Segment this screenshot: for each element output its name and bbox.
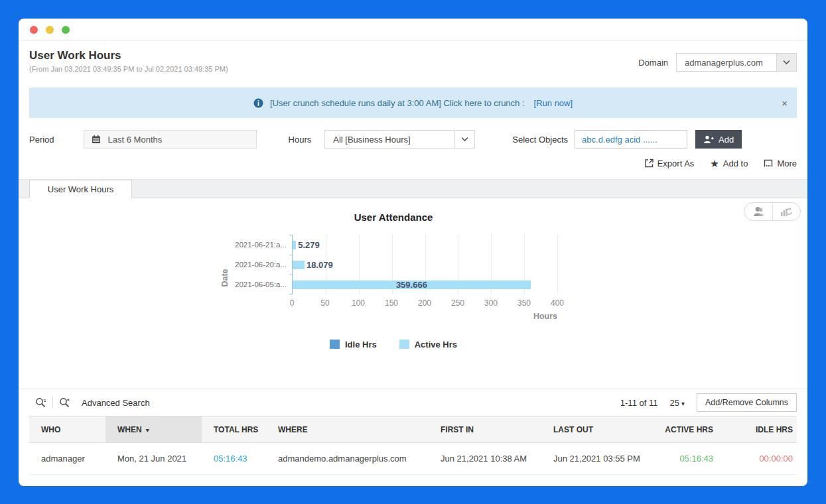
chart-bar-row: 359.666 <box>293 275 557 294</box>
column-header-first_in[interactable]: FIRST IN <box>429 416 541 443</box>
cell-total_hrs[interactable]: 10:04:45 <box>202 475 266 487</box>
chart-bar[interactable] <box>293 261 305 269</box>
chart-bar[interactable]: 359.666 <box>293 281 531 289</box>
more-button[interactable]: More <box>764 158 797 168</box>
cell-when: Sun, 20 Jun 2021 <box>105 475 202 487</box>
chart-x-tick-label: 50 <box>320 298 329 308</box>
table-row[interactable]: admanagerSun, 20 Jun 202110:04:45admande… <box>29 475 797 487</box>
chart-x-tick-label: 0 <box>290 298 295 308</box>
report-actions: Export As ★ Add to More <box>29 157 797 170</box>
legend-item[interactable]: Idle Hrs <box>330 338 377 350</box>
chevron-down-icon[interactable] <box>776 54 796 71</box>
chevron-down-icon[interactable] <box>454 131 474 148</box>
chart-x-tick-label: 250 <box>451 298 464 308</box>
column-header-when[interactable]: WHEN▾ <box>105 416 202 443</box>
window-close-button[interactable] <box>30 26 38 34</box>
chart-category-label: 2021-06-21:a... <box>231 235 292 255</box>
report-panel: User Attendance Date 2021-06-21:a...2021… <box>19 198 807 486</box>
chart-x-tick-label: 100 <box>352 298 365 308</box>
chart-x-tick-label: 400 <box>551 298 564 308</box>
cell-idle_hrs: 00:00:00 <box>717 475 797 487</box>
window-minimize-button[interactable] <box>46 26 54 34</box>
chart-xticks: 050100150200250300350400 <box>292 297 557 310</box>
export-as-label: Export As <box>657 158 695 168</box>
chart-refresh-icon[interactable] <box>772 203 800 220</box>
window-titlebar <box>19 19 807 41</box>
chart-x-tick-label: 200 <box>418 298 431 308</box>
info-icon <box>253 98 263 108</box>
column-header-total_hrs[interactable]: TOTAL HRS <box>202 416 266 443</box>
advanced-search-icon[interactable] <box>53 397 76 408</box>
calendar-icon <box>84 135 108 144</box>
column-header-where[interactable]: WHERE <box>266 416 429 443</box>
sort-caret-icon: ▾ <box>146 426 149 434</box>
report-table-section: Advanced Search 1-11 of 11 25▾ Add/Remov… <box>19 389 807 486</box>
domain-selected-value: admanagerplus.com <box>677 54 776 71</box>
hours-label: Hours <box>289 135 312 145</box>
column-header-active_hrs[interactable]: ACTIVE HRS <box>648 416 717 443</box>
app-window: User Work Hours (From Jan 03,2021 03:49:… <box>19 19 807 486</box>
user-view-icon[interactable] <box>744 203 772 220</box>
person-plus-icon <box>703 135 714 144</box>
column-header-idle_hrs[interactable]: IDLE HRS <box>717 416 797 443</box>
work-hours-table: WHOWHEN▾TOTAL HRSWHEREFIRST INLAST OUTAC… <box>29 416 797 486</box>
report-date-range: (From Jan 03,2021 03:49:35 PM to Jul 02,… <box>29 65 228 73</box>
caret-down-icon: ▾ <box>681 400 685 407</box>
cell-when: Mon, 21 Jun 2021 <box>105 443 202 475</box>
chart-bar-value: 5.279 <box>298 240 320 250</box>
chart-category-label: 2021-06-20:a... <box>231 255 292 275</box>
page-title: User Work Hours <box>29 49 228 62</box>
hours-select[interactable]: All [Business Hours] <box>324 130 475 149</box>
page-header: User Work Hours (From Jan 03,2021 03:49:… <box>19 41 807 80</box>
column-header-last_out[interactable]: LAST OUT <box>541 416 648 443</box>
filter-bar: Period Last 6 Months Hours All [Business… <box>29 130 797 149</box>
page-size-select[interactable]: 25▾ <box>669 398 685 408</box>
domain-select[interactable]: admanagerplus.com <box>676 53 797 72</box>
legend-swatch <box>399 340 409 349</box>
add-to-button[interactable]: ★ Add to <box>710 158 748 168</box>
table-header-row: WHOWHEN▾TOTAL HRSWHEREFIRST INLAST OUTAC… <box>29 416 797 443</box>
column-header-who[interactable]: WHO <box>29 416 105 443</box>
close-icon[interactable]: × <box>782 97 788 109</box>
add-objects-button[interactable]: Add <box>695 130 742 149</box>
cell-who: admanager <box>29 443 105 475</box>
period-label: Period <box>29 135 54 145</box>
advanced-search-label[interactable]: Advanced Search <box>82 398 150 408</box>
legend-item[interactable]: Active Hrs <box>399 338 457 350</box>
cell-first_in: Jun 21,2021 10:38 AM <box>429 443 541 475</box>
info-banner: [User crunch schedule runs daily at 3:00… <box>29 88 797 118</box>
cell-first_in: Jun 20,2021 01:40 PM <box>429 475 541 487</box>
more-icon <box>764 159 773 168</box>
cell-idle_hrs: 00:00:00 <box>717 443 797 475</box>
legend-swatch <box>330 340 340 349</box>
chart-title: User Attendance <box>19 212 768 223</box>
pagination-info: 1-11 of 11 <box>620 398 658 408</box>
cell-who: admanager <box>29 475 105 487</box>
export-as-button[interactable]: Export As <box>644 158 695 168</box>
window-maximize-button[interactable] <box>62 26 70 34</box>
chart-bar[interactable] <box>293 241 296 249</box>
chart-x-tick-label: 300 <box>484 298 498 308</box>
tab-user-work-hours[interactable]: User Work Hours <box>29 180 132 198</box>
chart-gridline <box>557 235 558 294</box>
chart-x-axis-title: Hours <box>292 312 557 321</box>
chart-view-toggle <box>744 202 801 221</box>
search-icon[interactable] <box>29 397 52 408</box>
chart-bar-row: 5.279 <box>293 235 557 255</box>
add-remove-columns-button[interactable]: Add/Remove Columns <box>697 393 797 412</box>
select-objects-label: Select Objects <box>512 135 568 145</box>
table-row[interactable]: admanagerMon, 21 Jun 202105:16:43admande… <box>29 443 797 475</box>
select-objects-input[interactable]: abc.d.edfg acid ...... <box>575 130 687 149</box>
chart-plot: 5.27918.079359.666 <box>292 235 557 294</box>
add-button-label: Add <box>719 135 734 145</box>
run-now-link[interactable]: [Run now] <box>534 98 573 108</box>
chart-category-label: 2021-06-05:a... <box>231 275 292 294</box>
period-picker[interactable]: Last 6 Months <box>84 130 257 149</box>
cell-total_hrs[interactable]: 05:16:43 <box>202 443 266 475</box>
cell-active_hrs: 10:04:45 <box>648 475 717 487</box>
export-icon <box>644 158 654 168</box>
select-objects-value: abc.d.edfg acid ...... <box>582 135 657 145</box>
banner-message: [User crunch schedule runs daily at 3:00… <box>270 98 525 108</box>
chart: Date 2021-06-21:a...2021-06-20:a...2021-… <box>219 235 807 321</box>
legend-label: Idle Hrs <box>345 340 377 349</box>
